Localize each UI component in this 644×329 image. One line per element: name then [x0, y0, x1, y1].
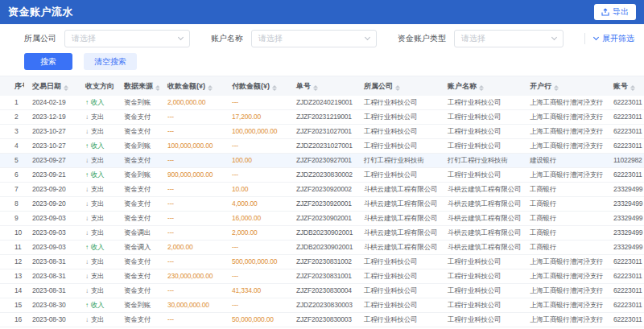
expand-filters-button[interactable]: 展开筛选 — [584, 33, 634, 44]
cell-company: 斗栱云建筑工程有限公司 — [356, 197, 440, 212]
column-header[interactable]: 单号 — [288, 76, 356, 96]
cell-payment-amount: 100,000,000.00 — [224, 125, 288, 139]
cell-account-no: 23329499 — [605, 197, 644, 212]
page-header: 资金账户流水 导出 — [0, 0, 644, 24]
table-row: 132023-08-31↓支出资金支付230,000,000.00---ZJZF… — [0, 269, 644, 284]
cell-date: 2023-09-03 — [24, 212, 77, 226]
sort-desc-icon — [64, 88, 68, 91]
cell-account-name: 工程行业科技公司 — [440, 284, 522, 298]
export-icon — [601, 8, 609, 16]
cell-direction: ↑收入 — [77, 298, 116, 313]
sort-icon[interactable] — [208, 85, 213, 91]
cell-receipt-amount: --- — [159, 125, 224, 139]
cell-source: 资金支付 — [116, 125, 159, 139]
cell-index: 2 — [0, 110, 24, 125]
cell-payment-amount: 50,000,000.00 — [224, 313, 288, 327]
cell-order-no: ZJZF20230902001 — [288, 212, 356, 226]
cell-index: 8 — [0, 197, 24, 212]
cell-receipt-amount: 2,000.00 — [159, 241, 224, 255]
search-button[interactable]: 搜索 — [24, 53, 72, 70]
cell-account-name: 工程行业科技公司 — [440, 298, 522, 313]
arrow-down-icon: ↓ — [85, 258, 89, 265]
chevron-down-icon — [593, 35, 599, 40]
cell-direction: ↑收入 — [77, 168, 116, 183]
cell-receipt-amount: --- — [159, 183, 224, 197]
table-header-row: 序号交易日期收支方向数据来源收款金额(¥)付款金额(¥)单号所属公司账户名称开户… — [0, 76, 644, 96]
cell-company: 斗栱云建筑工程有限公司 — [356, 241, 440, 255]
column-header[interactable]: 开户行 — [522, 76, 605, 96]
filter-select-3[interactable]: 请选择 — [454, 30, 564, 47]
cell-receipt-amount: --- — [159, 197, 224, 212]
cell-receipt-amount: 2,000,000.00 — [159, 96, 224, 110]
cell-bank: 上海工商银行漕河泾支行 — [522, 313, 605, 327]
cell-source: 资金支付 — [116, 110, 159, 125]
cell-payment-amount: 41,334.00 — [224, 284, 288, 298]
cell-account-no: 62223011 — [605, 110, 644, 125]
arrow-down-icon: ↓ — [85, 273, 89, 280]
filter-label: 账户名称 — [211, 33, 243, 44]
direction-label: 支出 — [91, 199, 105, 208]
cell-company: 工程行业科技公司 — [356, 313, 440, 327]
cell-index: 12 — [0, 255, 24, 269]
cell-account-no: 62223011 — [605, 255, 644, 269]
cell-company: 斗栱云建筑工程有限公司 — [356, 212, 440, 226]
filter-field-3: 资金账户类型请选择 — [398, 30, 564, 47]
cell-source: 资金支付 — [116, 284, 159, 298]
cell-source: 资金到账 — [116, 168, 159, 183]
flow-table: 序号交易日期收支方向数据来源收款金额(¥)付款金额(¥)单号所属公司账户名称开户… — [0, 76, 644, 329]
cell-source: 资金支付 — [116, 212, 159, 226]
cell-bank: 上海工商银行漕河泾支行 — [522, 255, 605, 269]
cell-payment-amount: --- — [224, 269, 288, 284]
sort-icon[interactable] — [554, 85, 559, 91]
column-header[interactable]: 收支方向 — [77, 76, 116, 96]
table-row: 12024-02-19↑收入资金到账2,000,000.00---ZJDZ202… — [0, 96, 644, 110]
table-row: 72023-09-20↓支出资金支付---10.00ZJZF2023092000… — [0, 183, 644, 197]
clear-search-button[interactable]: 清空搜索 — [84, 53, 137, 70]
cell-source: 资金到账 — [116, 96, 159, 110]
cell-index: 3 — [0, 125, 24, 139]
sort-icon[interactable] — [395, 85, 400, 91]
table-row: 102023-09-03↓支出资金调出---2,000.00ZJDB202309… — [0, 226, 644, 241]
table-row: 62023-09-21↑收入资金到账900,000,000.00---ZJDZ2… — [0, 168, 644, 183]
filter-select-1[interactable]: 请选择 — [64, 30, 190, 47]
column-header[interactable]: 数据来源 — [116, 76, 159, 96]
sort-icon[interactable] — [155, 85, 159, 91]
column-header[interactable]: 账户名称 — [440, 76, 522, 96]
column-header[interactable]: 账号 — [605, 76, 644, 96]
sort-icon[interactable] — [272, 85, 277, 91]
cell-bank: 上海工商银行漕河泾支行 — [522, 298, 605, 313]
arrow-down-icon: ↓ — [85, 287, 89, 294]
sort-icon[interactable] — [64, 85, 68, 91]
sort-desc-icon — [630, 88, 635, 91]
direction-label: 支出 — [91, 127, 105, 135]
direction-label: 收入 — [91, 301, 105, 309]
sort-icon[interactable] — [479, 85, 484, 91]
export-button[interactable]: 导出 — [594, 4, 636, 20]
cell-account-no: 62223011 — [605, 284, 644, 298]
column-header-label: 交易日期 — [32, 82, 61, 90]
direction-label: 支出 — [91, 315, 105, 323]
filter-select-2[interactable]: 请选择 — [251, 30, 377, 47]
select-placeholder: 请选择 — [72, 33, 96, 44]
filter-bar: 所属公司请选择账户名称请选择资金账户类型请选择 展开筛选 — [0, 24, 644, 47]
arrow-up-icon: ↑ — [85, 244, 89, 251]
column-header[interactable]: 交易日期 — [24, 76, 77, 96]
direction-label: 支出 — [91, 185, 105, 193]
cell-bank: 工商银行 — [522, 212, 605, 226]
select-placeholder: 请选择 — [461, 33, 485, 44]
cell-order-no: ZJZF20230831002 — [288, 255, 356, 269]
sort-asc-icon — [208, 85, 213, 88]
column-header[interactable]: 收款金额(¥) — [159, 76, 224, 96]
filter-field-1: 所属公司请选择 — [24, 30, 190, 47]
cell-direction: ↓支出 — [77, 284, 116, 298]
cell-source: 资金支付 — [116, 197, 159, 212]
direction-label: 收入 — [91, 142, 105, 150]
column-header[interactable]: 付款金额(¥) — [224, 76, 288, 96]
column-header[interactable]: 所属公司 — [356, 76, 440, 96]
cell-date: 2023-08-31 — [24, 269, 77, 284]
arrow-down-icon: ↓ — [85, 113, 89, 121]
filter-actions: 搜索 清空搜索 — [0, 47, 644, 76]
cell-order-no: ZJDZ20230830003 — [288, 298, 356, 313]
sort-icon[interactable] — [630, 85, 635, 91]
sort-icon[interactable] — [313, 85, 318, 91]
